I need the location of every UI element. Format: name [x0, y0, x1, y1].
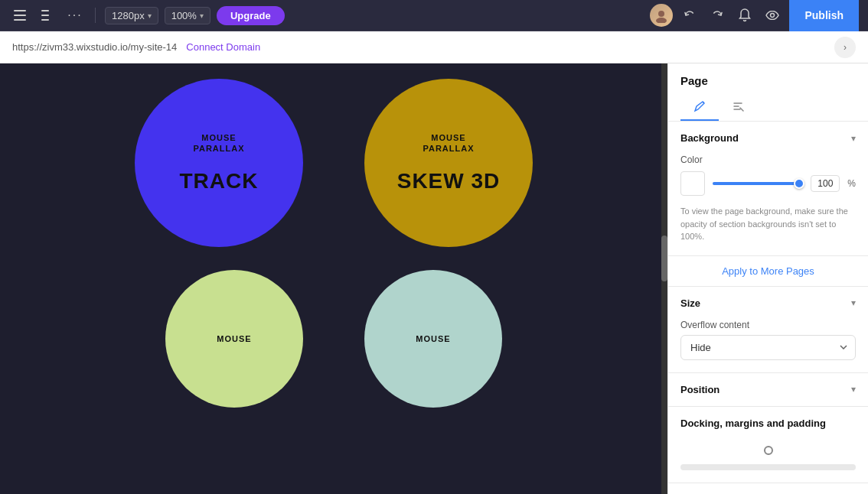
- notifications-button[interactable]: [734, 5, 755, 26]
- opacity-slider-thumb: [794, 178, 804, 189]
- panel-tabs: [668, 87, 868, 122]
- url-text: https://zivm33.wixstudio.io/my-site-14: [12, 41, 177, 53]
- background-section-content: Color % To view the page background, mak…: [668, 154, 868, 255]
- tab-behavior[interactable]: [719, 93, 757, 121]
- overflow-select[interactable]: Hide Show Scroll: [680, 335, 856, 360]
- more-options-btn[interactable]: ···: [64, 5, 86, 26]
- circle-green[interactable]: MOUSE: [165, 270, 303, 408]
- main-toolbar: ··· 1280px ▾ 100% ▾ Upgrade: [0, 0, 868, 31]
- more-icon: ···: [67, 8, 82, 22]
- background-section-header[interactable]: Background ▾: [668, 122, 868, 154]
- publish-button[interactable]: Publish: [789, 0, 859, 31]
- circles-row-1: MOUSEPARALLAX TRACK MOUSEPARALLAX SKEW 3…: [135, 79, 533, 247]
- canvas-scrollbar[interactable]: [661, 63, 667, 494]
- svg-point-8: [771, 14, 775, 18]
- apply-to-more-pages-link[interactable]: Apply to More Pages: [668, 256, 868, 287]
- docking-title: Docking, margins and padding: [680, 418, 826, 429]
- chevron-down-icon: ▾: [200, 11, 204, 20]
- circle-teal[interactable]: MOUSE: [364, 270, 502, 408]
- color-swatch[interactable]: [680, 171, 705, 196]
- svg-rect-3: [41, 10, 49, 11]
- circle-track-text: TRACK: [180, 169, 259, 193]
- position-section: Position ▾: [668, 373, 868, 407]
- position-chevron-icon: ▾: [851, 384, 856, 395]
- panel-title: Page: [668, 63, 868, 87]
- connect-domain-link[interactable]: Connect Domain: [186, 41, 260, 53]
- redo-button[interactable]: [706, 5, 728, 26]
- circle-skew3d[interactable]: MOUSEPARALLAX SKEW 3D: [364, 79, 533, 247]
- size-value: 1280px: [112, 10, 145, 21]
- chevron-down-icon: ▾: [148, 11, 152, 20]
- right-panel: Page Background ▾ Color: [667, 63, 868, 494]
- position-title: Position: [680, 384, 720, 395]
- opacity-slider-fill: [713, 182, 798, 185]
- url-bar: https://zivm33.wixstudio.io/my-site-14 C…: [0, 31, 868, 63]
- color-label: Color: [680, 154, 856, 165]
- overflow-label: Overflow content: [680, 320, 856, 330]
- undo-button[interactable]: [679, 5, 700, 26]
- opacity-slider-container: [713, 182, 803, 185]
- tab-design[interactable]: [680, 93, 719, 121]
- preview-button[interactable]: [762, 5, 783, 26]
- svg-point-9: [703, 102, 704, 103]
- svg-rect-5: [41, 19, 49, 21]
- size-section-header[interactable]: Size ▾: [668, 287, 868, 320]
- circles-row-2: MOUSE MOUSE: [165, 262, 502, 400]
- position-section-header[interactable]: Position ▾: [668, 373, 868, 406]
- svg-rect-4: [41, 15, 49, 16]
- size-section: Size ▾ Overflow content Hide Show Scroll: [668, 287, 868, 373]
- background-title: Background: [680, 132, 739, 144]
- size-display[interactable]: 1280px ▾: [105, 7, 158, 24]
- canvas-area[interactable]: MOUSEPARALLAX TRACK MOUSEPARALLAX SKEW 3…: [0, 63, 667, 494]
- background-chevron-icon: ▾: [851, 133, 856, 144]
- circle-track-label: MOUSEPARALLAX: [193, 132, 244, 154]
- svg-point-6: [658, 11, 664, 17]
- panel-toggle-btn[interactable]: [37, 5, 58, 26]
- svg-rect-0: [14, 10, 26, 11]
- circle-teal-label: MOUSE: [416, 333, 450, 344]
- docking-section-content: [668, 440, 868, 483]
- scrollbar-thumb: [661, 236, 667, 281]
- main-area: MOUSEPARALLAX TRACK MOUSEPARALLAX SKEW 3…: [0, 63, 868, 494]
- color-row: %: [680, 171, 856, 196]
- svg-rect-2: [14, 19, 26, 21]
- circle-skew3d-text: SKEW 3D: [397, 169, 501, 193]
- upgrade-button[interactable]: Upgrade: [217, 6, 285, 25]
- zoom-value: 100%: [171, 10, 197, 21]
- size-title: Size: [680, 297, 700, 309]
- position-toggle: [680, 440, 856, 461]
- circle-skew3d-label: MOUSEPARALLAX: [423, 132, 474, 154]
- sidebar-toggle-btn[interactable]: [9, 5, 31, 26]
- opacity-slider-track[interactable]: [713, 182, 803, 185]
- docking-bar-placeholder: [680, 464, 856, 470]
- background-section: Background ▾ Color % To view the p: [668, 122, 868, 256]
- chevron-right-icon: ›: [844, 42, 847, 53]
- svg-rect-1: [14, 15, 26, 16]
- opacity-percent-label: %: [847, 178, 856, 189]
- avatar[interactable]: [650, 4, 673, 27]
- opacity-input[interactable]: [811, 175, 840, 192]
- zoom-display[interactable]: 100% ▾: [165, 7, 210, 24]
- size-section-content: Overflow content Hide Show Scroll: [668, 320, 868, 372]
- separator-1: [95, 8, 96, 23]
- background-hint: To view the page background, make sure t…: [680, 205, 856, 243]
- position-toggle-circle[interactable]: [764, 446, 773, 455]
- docking-section: Docking, margins and padding: [668, 407, 868, 483]
- svg-point-7: [656, 18, 667, 23]
- circle-green-label: MOUSE: [217, 333, 251, 344]
- docking-section-header[interactable]: Docking, margins and padding: [668, 407, 868, 440]
- collapse-panel-btn[interactable]: ›: [834, 37, 856, 58]
- size-chevron-icon: ▾: [851, 297, 856, 308]
- circle-track[interactable]: MOUSEPARALLAX TRACK: [135, 79, 303, 247]
- canvas-content: MOUSEPARALLAX TRACK MOUSEPARALLAX SKEW 3…: [0, 63, 667, 494]
